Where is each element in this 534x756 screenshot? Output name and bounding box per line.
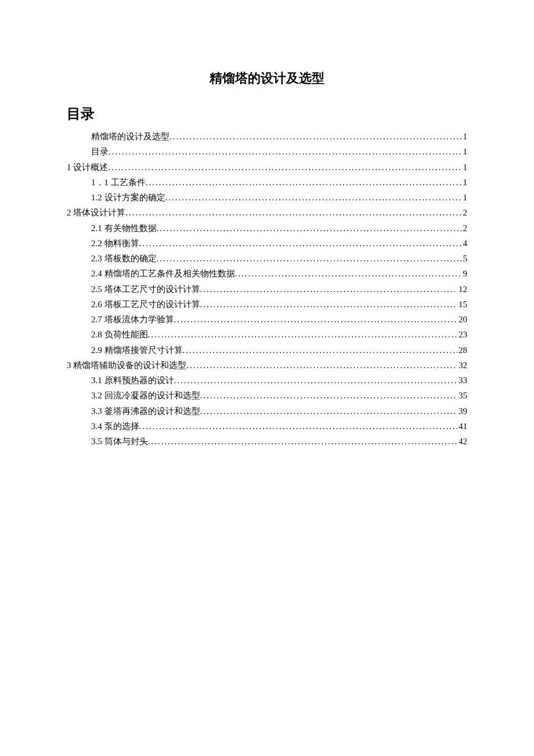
toc-entry-leader: [200, 388, 458, 403]
toc-entry-leader: [183, 343, 458, 358]
toc-entry-label: 2.1 有关物性数据: [91, 221, 157, 236]
toc-entry-leader: [200, 297, 458, 312]
toc-entry-label: 目录: [91, 144, 109, 159]
toc-entry-leader: [139, 236, 462, 251]
toc-entry-page: 23: [457, 327, 467, 342]
toc-entry-label: 2.9 精馏塔接管尺寸计算: [91, 343, 183, 358]
toc-entry: 1．1 工艺条件1: [67, 175, 467, 190]
toc-entry: 3 精馏塔辅助设备的设计和选型32: [67, 358, 467, 373]
toc-entry-label: 3 精馏塔辅助设备的设计和选型: [67, 358, 186, 373]
toc-entry: 目录1: [67, 144, 467, 159]
toc-entry: 2.7 塔板流体力学验算20: [67, 312, 467, 327]
toc-entry: 3.1 原料预热器的设计33: [67, 373, 467, 388]
toc-entry-label: 2.3 塔板数的确定: [91, 251, 157, 266]
toc-entry-page: 12: [457, 282, 467, 297]
toc-entry-leader: [174, 373, 458, 388]
toc-entry-leader: [157, 251, 462, 266]
toc-entry-label: 3.5 筒体与封头: [91, 434, 148, 449]
toc-entry: 2.2 物料衡算4: [67, 236, 467, 251]
toc-entry-label: 2 塔体设计计算: [67, 205, 125, 220]
toc-entry: 3.5 筒体与封头42: [67, 434, 467, 449]
toc-entry-leader: [174, 312, 458, 327]
toc-entry-leader: [235, 266, 462, 281]
toc-entry-page: 4: [462, 236, 468, 251]
toc-entry: 2.3 塔板数的确定5: [67, 251, 467, 266]
toc-entry: 2.5 塔体工艺尺寸的设计计算12: [67, 282, 467, 297]
toc-entry-leader: [146, 175, 462, 190]
toc-entry-page: 32: [457, 358, 467, 373]
toc-entry-page: 33: [457, 373, 467, 388]
toc-entry-leader: [148, 327, 458, 342]
toc-entry-page: 42: [457, 434, 467, 449]
toc-entry-page: 15: [457, 297, 467, 312]
toc-entry-leader: [200, 282, 458, 297]
toc-entry-leader: [108, 160, 461, 175]
toc-entry-page: 41: [457, 419, 467, 434]
toc-list: 精馏塔的设计及选型1目录11 设计概述11．1 工艺条件11.2 设计方案的确定…: [67, 129, 467, 449]
toc-entry-leader: [109, 144, 462, 159]
toc-entry-leader: [186, 358, 457, 373]
toc-entry-label: 2.5 塔体工艺尺寸的设计计算: [91, 282, 200, 297]
toc-entry-page: 2: [462, 221, 468, 236]
toc-entry: 3.3 釜塔再沸器的设计和选型39: [67, 404, 467, 419]
toc-entry-label: 3.1 原料预热器的设计: [91, 373, 174, 388]
toc-entry-label: 精馏塔的设计及选型: [91, 129, 169, 144]
toc-entry: 2.9 精馏塔接管尺寸计算28: [67, 343, 467, 358]
toc-entry-page: 9: [462, 266, 468, 281]
toc-entry: 2.1 有关物性数据2: [67, 221, 467, 236]
toc-entry-page: 1: [462, 160, 468, 175]
toc-entry-page: 1: [462, 190, 468, 205]
toc-entry-leader: [148, 434, 458, 449]
toc-entry-page: 1: [462, 129, 468, 144]
toc-entry: 3.4 泵的选择41: [67, 419, 467, 434]
toc-entry-label: 2.2 物料衡算: [91, 236, 139, 251]
toc-entry-label: 3.4 泵的选择: [91, 419, 139, 434]
toc-heading: 目录: [67, 105, 467, 123]
toc-entry-label: 3.2 回流冷凝器的设计和选型: [91, 388, 200, 403]
toc-entry: 1.2 设计方案的确定1: [67, 190, 467, 205]
toc-entry-label: 1 设计概述: [67, 160, 108, 175]
toc-entry-label: 2.7 塔板流体力学验算: [91, 312, 174, 327]
toc-entry-page: 35: [457, 388, 467, 403]
toc-entry-label: 2.4 精馏塔的工艺条件及相关物性数据: [91, 266, 235, 281]
document-title: 精馏塔的设计及选型: [67, 70, 467, 87]
toc-entry-leader: [169, 129, 462, 144]
toc-entry-label: 1.2 设计方案的确定: [91, 190, 165, 205]
toc-entry-label: 1．1 工艺条件: [91, 175, 146, 190]
toc-entry-leader: [200, 404, 458, 419]
toc-entry-leader: [157, 221, 462, 236]
toc-entry-page: 28: [457, 343, 467, 358]
toc-entry: 2 塔体设计计算2: [67, 205, 467, 220]
toc-entry-leader: [139, 419, 458, 434]
toc-entry: 2.8 负荷性能图23: [67, 327, 467, 342]
toc-entry: 3.2 回流冷凝器的设计和选型35: [67, 388, 467, 403]
toc-entry: 1 设计概述1: [67, 160, 467, 175]
toc-entry-leader: [165, 190, 462, 205]
toc-entry: 2.6 塔板工艺尺寸的设计计算15: [67, 297, 467, 312]
toc-entry-label: 3.3 釜塔再沸器的设计和选型: [91, 404, 200, 419]
toc-entry-page: 1: [462, 144, 468, 159]
toc-entry-page: 20: [457, 312, 467, 327]
toc-entry-page: 5: [462, 251, 468, 266]
toc-entry-label: 2.8 负荷性能图: [91, 327, 148, 342]
toc-entry-leader: [125, 205, 461, 220]
toc-entry: 2.4 精馏塔的工艺条件及相关物性数据9: [67, 266, 467, 281]
toc-entry: 精馏塔的设计及选型1: [67, 129, 467, 144]
toc-entry-page: 1: [462, 175, 468, 190]
toc-entry-page: 39: [457, 404, 467, 419]
toc-entry-label: 2.6 塔板工艺尺寸的设计计算: [91, 297, 200, 312]
toc-entry-page: 2: [462, 205, 468, 220]
